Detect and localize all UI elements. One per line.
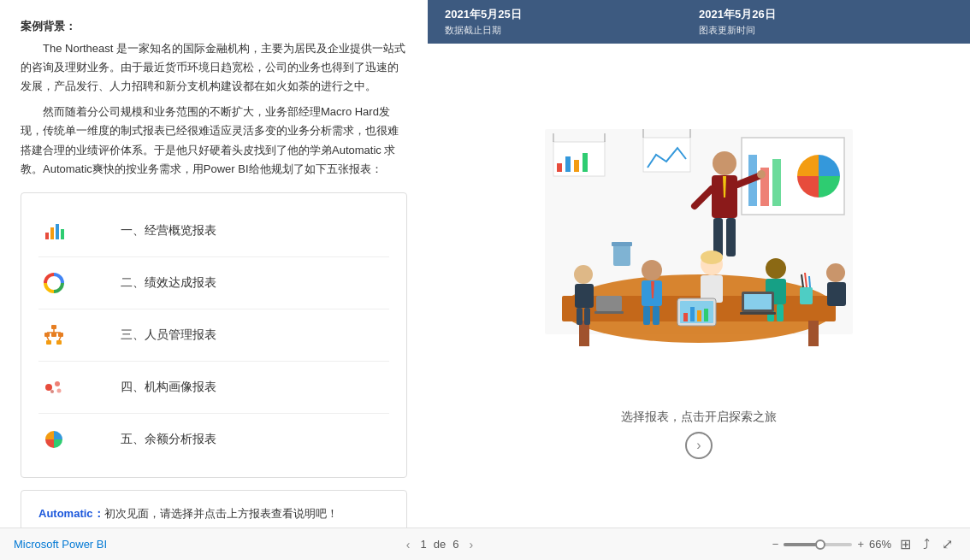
svg-rect-67 [800, 287, 813, 304]
report-item-5[interactable]: 五、余额分析报表 [38, 416, 389, 463]
powerbi-link[interactable]: Microsoft Power BI [14, 538, 107, 551]
report-label-3: 三、人员管理报表 [121, 327, 216, 343]
svg-rect-31 [726, 218, 736, 256]
svg-rect-61 [690, 307, 695, 321]
page-navigation: ‹ 1 de 6 › [403, 536, 476, 553]
svg-rect-1 [50, 227, 54, 239]
explore-arrow-button[interactable]: › [685, 432, 713, 459]
prev-page-button[interactable]: ‹ [403, 536, 414, 553]
share-button[interactable]: ⤴ [920, 535, 933, 554]
fit-page-button[interactable]: ⊞ [896, 534, 914, 554]
svg-rect-74 [557, 163, 562, 172]
svg-rect-60 [683, 313, 688, 321]
zoom-percent-label: 66% [869, 538, 891, 551]
dots-icon [38, 372, 69, 403]
svg-rect-40 [577, 308, 583, 325]
illustration-area: 选择报表，点击开启探索之旅 › [428, 44, 970, 528]
bottom-text: 选择报表，点击开启探索之旅 [621, 410, 777, 425]
date-col-2: 2021年5月26日 图表更新时间 [699, 7, 953, 37]
report-label-4: 四、机构画像报表 [121, 380, 216, 395]
svg-rect-2 [56, 224, 59, 239]
svg-point-38 [574, 265, 593, 284]
svg-rect-77 [583, 153, 588, 172]
svg-rect-39 [575, 284, 594, 308]
svg-rect-42 [596, 296, 622, 311]
case-text-1: The Northeast 是一家知名的国际金融机构，主要为居民及企业提供一站式… [21, 39, 407, 96]
org-chart-icon [38, 320, 69, 351]
svg-point-19 [50, 390, 54, 393]
date2-label: 图表更新时间 [699, 24, 953, 37]
page-total: 6 [452, 538, 458, 551]
zoom-in-button[interactable]: + [857, 538, 864, 551]
reports-box: 一、经营概览报表 二、绩效达成报表 [21, 192, 407, 478]
svg-rect-0 [45, 233, 49, 239]
date2-value: 2021年5月26日 [699, 7, 953, 22]
svg-rect-76 [574, 160, 579, 172]
zoom-controls: − + 66% ⊞ ⤴ ⤢ [772, 534, 956, 554]
svg-rect-47 [653, 306, 659, 325]
report-item-3[interactable]: 三、人员管理报表 [38, 311, 389, 359]
report-item-1[interactable]: 一、经营概览报表 [38, 207, 389, 255]
automatic-note: Automatic：初次见面，请选择并点击上方报表查看说明吧！ [21, 490, 407, 528]
bottom-bar: Microsoft Power BI ‹ 1 de 6 › − + 66% ⊞ … [0, 528, 970, 560]
pie-chart-icon [38, 424, 69, 455]
svg-rect-71 [613, 245, 630, 266]
svg-rect-72 [612, 242, 632, 246]
svg-line-14 [47, 337, 49, 340]
next-page-button[interactable]: › [465, 536, 476, 553]
date-col-1: 2021年5月25日 数据截止日期 [445, 7, 699, 37]
zoom-slider-thumb[interactable] [815, 539, 825, 550]
report-item-2[interactable]: 二、绩效达成报表 [38, 259, 389, 307]
main-area: 案例背景： The Northeast 是一家知名的国际金融机构，主要为居民及企… [0, 0, 970, 528]
right-arrow-icon: › [696, 438, 701, 453]
svg-rect-41 [584, 308, 590, 325]
svg-rect-63 [704, 309, 708, 321]
svg-rect-37 [808, 321, 819, 346]
svg-point-17 [55, 381, 60, 386]
svg-point-51 [701, 251, 723, 264]
svg-rect-4 [51, 325, 56, 329]
svg-rect-62 [697, 310, 701, 321]
svg-rect-12 [46, 340, 51, 345]
fullscreen-button[interactable]: ⤢ [938, 534, 956, 554]
svg-point-52 [766, 258, 786, 279]
case-title: 案例背景： [21, 17, 407, 36]
office-illustration [494, 112, 904, 403]
svg-line-15 [59, 337, 61, 340]
date1-value: 2021年5月25日 [445, 7, 699, 22]
automatic-note-text: 初次见面，请选择并点击上方报表查看说明吧！ [104, 507, 338, 520]
date-header: 2021年5月25日 数据截止日期 2021年5月26日 图表更新时间 [428, 0, 970, 44]
report-label-2: 二、绩效达成报表 [121, 275, 216, 291]
date1-label: 数据截止日期 [445, 24, 699, 37]
svg-rect-3 [61, 229, 64, 239]
svg-rect-55 [777, 304, 784, 321]
zoom-slider-track[interactable] [784, 543, 852, 546]
svg-point-18 [57, 388, 62, 392]
svg-line-70 [809, 276, 810, 287]
svg-rect-43 [594, 311, 624, 314]
svg-point-26 [713, 151, 736, 175]
svg-rect-57 [827, 282, 846, 306]
left-panel: 案例背景： The Northeast 是一家知名的国际金融机构，主要为居民及企… [0, 0, 428, 528]
svg-rect-24 [772, 159, 781, 206]
svg-rect-30 [713, 218, 723, 256]
case-background: 案例背景： The Northeast 是一家知名的国际金融机构，主要为居民及企… [21, 17, 407, 179]
svg-point-56 [826, 263, 845, 282]
svg-rect-46 [643, 306, 650, 325]
zoom-out-button[interactable]: − [772, 538, 779, 551]
svg-point-16 [45, 384, 52, 391]
report-item-4[interactable]: 四、机构画像报表 [38, 363, 389, 411]
page-separator: de [434, 538, 446, 551]
svg-rect-75 [565, 156, 571, 172]
zoom-slider-fill [784, 543, 818, 546]
case-text-2: 然而随着分公司规模和业务范围的不断扩大，业务部经理Macro Hard发现，传统… [21, 103, 407, 178]
svg-rect-13 [56, 340, 62, 345]
svg-rect-65 [744, 294, 772, 309]
right-panel: 2021年5月25日 数据截止日期 2021年5月26日 图表更新时间 [428, 0, 970, 528]
report-label-1: 一、经营概览报表 [121, 223, 216, 239]
page-current: 1 [420, 538, 426, 551]
svg-point-44 [642, 260, 662, 280]
bar-chart-icon [38, 215, 69, 246]
automatic-name-label: Automatic： [38, 507, 104, 520]
report-label-5: 五、余额分析报表 [121, 432, 216, 447]
